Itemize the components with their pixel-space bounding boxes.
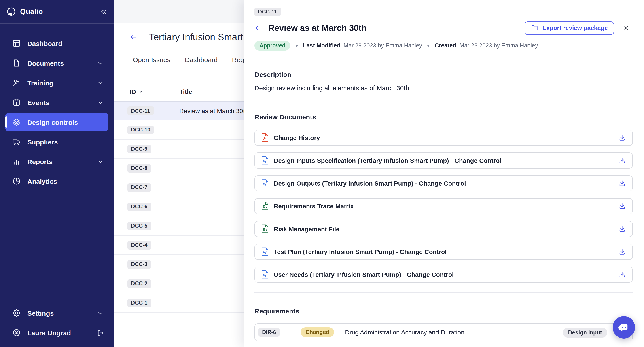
requirement-status-badge: Changed — [300, 327, 334, 338]
dashboard-icon — [12, 39, 21, 48]
row-id-badge: DCC-10 — [128, 126, 154, 134]
download-icon[interactable] — [618, 248, 626, 256]
requirement-type-badge: Design Input — [563, 328, 607, 338]
download-icon[interactable] — [618, 202, 626, 210]
layers-icon — [12, 118, 21, 126]
document-card[interactable]: Test Plan (Tertiary Infusion Smart Pump)… — [254, 244, 633, 260]
chevron-down-icon — [97, 79, 104, 86]
document-card[interactable]: User Needs (Tertiary Infusion Smart Pump… — [254, 266, 633, 282]
word-file-icon — [262, 179, 268, 188]
word-file-icon — [262, 156, 268, 165]
sidebar-item-label: Documents — [27, 59, 64, 67]
review-title: Review as at March 30th — [268, 23, 366, 33]
qualio-logo: Qualio — [6, 7, 43, 16]
created-value: Mar 29 2023 by Emma Hanley — [459, 42, 538, 49]
download-icon[interactable] — [618, 225, 626, 233]
document-title: Design Inputs Specification (Tertiary In… — [274, 157, 501, 164]
sidebar-item-label: Laura Ungrad — [27, 329, 71, 336]
sidebar-collapse-icon[interactable] — [100, 8, 107, 16]
description-heading: Description — [254, 71, 633, 78]
row-id-badge: DCC-3 — [128, 260, 151, 269]
sidebar-item-label: Suppliers — [27, 138, 58, 146]
review-detail-panel: DCC-11 Review as at March 30th Export re… — [244, 0, 644, 347]
requirements-heading: Requirements — [254, 307, 633, 315]
app-title: Qualio — [20, 8, 43, 16]
export-review-package-button[interactable]: Export review package — [524, 22, 614, 35]
gear-icon — [12, 308, 21, 318]
sidebar-item-suppliers[interactable]: Suppliers — [5, 133, 108, 151]
sidebar-item-design-controls[interactable]: Design controls — [5, 113, 108, 131]
sidebar-item-label: Dashboard — [27, 40, 62, 47]
row-id-badge: DCC-11 — [128, 106, 154, 115]
sidebar-item-label: Design controls — [27, 118, 78, 126]
sidebar-item-label: Settings — [27, 309, 54, 317]
chevron-down-icon — [97, 60, 104, 66]
back-arrow-icon[interactable] — [130, 34, 137, 41]
calendar-alert-icon — [12, 98, 21, 107]
meta-separator: ● — [427, 43, 430, 48]
row-id-badge: DCC-6 — [128, 202, 151, 211]
document-title: User Needs (Tertiary Infusion Smart Pump… — [274, 271, 454, 278]
excel-file-icon — [262, 225, 268, 233]
meta-separator: ● — [296, 43, 298, 48]
divider — [254, 292, 633, 293]
document-card[interactable]: Change History — [254, 130, 633, 146]
row-id-badge: DCC-8 — [128, 164, 151, 172]
app-window: Qualio Dashboard — [0, 0, 644, 347]
row-id-badge: DCC-4 — [128, 241, 151, 250]
sidebar-item-events[interactable]: Events — [5, 94, 108, 111]
requirement-title: Drug Administration Accuracy and Duratio… — [345, 329, 464, 336]
chevron-down-icon — [97, 158, 104, 165]
document-card[interactable]: Design Inputs Specification (Tertiary In… — [254, 152, 633, 168]
sidebar-item-documents[interactable]: Documents — [5, 54, 108, 72]
document-title: Change History — [274, 134, 320, 141]
document-card[interactable]: Design Outputs (Tertiary Infusion Smart … — [254, 175, 633, 192]
sidebar-item-training[interactable]: Training — [5, 74, 108, 92]
download-icon[interactable] — [618, 270, 626, 278]
last-modified-label: Last Modified — [303, 42, 340, 49]
document-card[interactable]: Requirements Trace Matrix — [254, 198, 633, 214]
chevron-down-icon — [97, 310, 104, 316]
document-card[interactable]: Risk Management File — [254, 221, 633, 237]
sidebar-header: Qualio — [0, 0, 114, 24]
row-id-badge: DCC-1 — [128, 298, 151, 307]
last-modified-value: Mar 29 2023 by Emma Hanley — [344, 42, 422, 49]
chat-bubble-icon — [618, 322, 630, 333]
divider — [254, 103, 633, 103]
column-header-id[interactable]: ID — [126, 88, 179, 95]
tab-open-issues[interactable]: Open Issues — [133, 56, 170, 63]
requirement-row[interactable]: DIR-6 Changed Drug Administration Accura… — [254, 323, 633, 341]
sort-chevron-icon — [138, 89, 143, 94]
sidebar-item-settings[interactable]: Settings — [5, 304, 108, 322]
status-badge: Approved — [254, 41, 290, 51]
row-id-badge: DCC-5 — [128, 222, 151, 230]
sidebar-item-user[interactable]: Laura Ungrad — [5, 324, 108, 342]
sidebar: Qualio Dashboard — [0, 0, 114, 347]
column-label: ID — [130, 88, 136, 95]
tab-dashboard[interactable]: Dashboard — [185, 56, 218, 63]
chat-launcher-button[interactable] — [613, 316, 635, 338]
sidebar-item-analytics[interactable]: Analytics — [5, 172, 108, 190]
sidebar-item-label: Reports — [27, 158, 52, 165]
description-body: Design review including all elements as … — [254, 84, 633, 92]
document-title: Risk Management File — [274, 225, 340, 232]
review-documents-heading: Review Documents — [254, 113, 633, 121]
column-header-title[interactable]: Title — [179, 88, 192, 95]
back-arrow-icon[interactable] — [254, 24, 262, 32]
sidebar-item-reports[interactable]: Reports — [5, 152, 108, 170]
word-file-icon — [262, 270, 268, 279]
export-button-label: Export review package — [542, 25, 608, 32]
close-icon[interactable] — [622, 24, 630, 32]
user-circle-icon — [12, 328, 21, 337]
detail-id-badge: DCC-11 — [254, 8, 281, 16]
row-title: Review as at March 30th — [179, 107, 248, 114]
folder-icon — [531, 24, 538, 32]
download-icon[interactable] — [618, 156, 626, 164]
sidebar-item-label: Training — [27, 79, 54, 86]
download-icon[interactable] — [618, 134, 626, 142]
row-id-badge: DCC-7 — [128, 183, 151, 192]
sidebar-item-dashboard[interactable]: Dashboard — [5, 34, 108, 52]
logout-icon[interactable] — [96, 329, 104, 336]
created-label: Created — [435, 42, 456, 49]
download-icon[interactable] — [618, 179, 626, 187]
